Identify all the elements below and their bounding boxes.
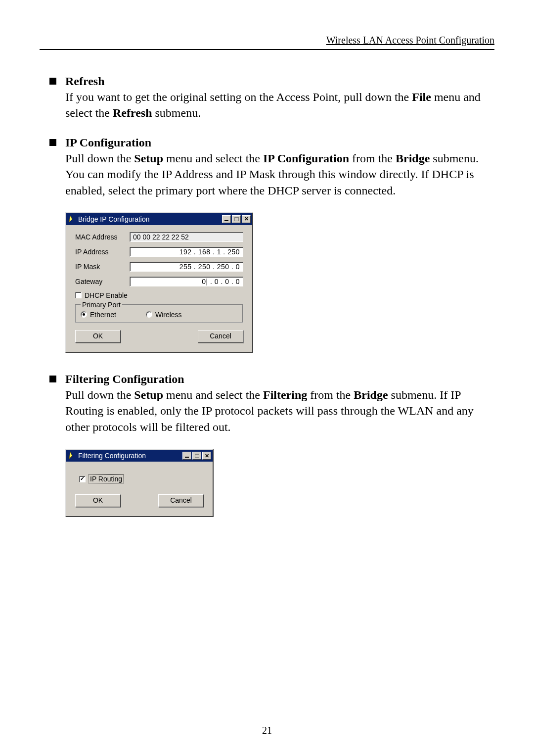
header-rule: [40, 49, 494, 50]
text: submenu.: [152, 106, 201, 119]
app-icon: [68, 215, 76, 223]
text-bold: Setup: [134, 152, 163, 165]
svg-marker-0: [69, 216, 72, 222]
text-bold: IP Configuration: [263, 152, 349, 165]
text-bold: Bridge: [354, 388, 388, 401]
label-ethernet: Ethernet: [90, 311, 116, 319]
app-icon: [68, 452, 76, 460]
text: Pull down the: [65, 388, 134, 401]
dialog-title: Bridge IP Configuration: [78, 215, 150, 223]
label-wireless: Wireless: [155, 311, 182, 319]
cancel-button[interactable]: Cancel: [158, 494, 204, 507]
text: from the: [307, 388, 354, 401]
close-button[interactable]: [242, 215, 251, 223]
bullet-icon: [49, 376, 56, 382]
text: If you want to get the original setting …: [65, 91, 412, 103]
paragraph-filtering: Pull down the Setup menu and select the …: [65, 387, 494, 435]
gateway-field[interactable]: 0| . 0 . 0 . 0: [130, 277, 243, 286]
paragraph-refresh: If you want to get the original setting …: [65, 89, 494, 121]
section-title-refresh: Refresh: [65, 75, 105, 88]
ip-address-field[interactable]: 192 . 168 . 1 . 250: [130, 247, 243, 257]
maximize-button: [232, 215, 241, 223]
text-bold: Refresh: [113, 106, 152, 119]
close-button[interactable]: [202, 452, 211, 460]
label-gateway: Gateway: [75, 278, 130, 285]
minimize-button[interactable]: [222, 215, 231, 223]
text: from the: [349, 152, 396, 165]
text: menu and select the: [163, 152, 263, 165]
bullet-icon: [49, 139, 56, 146]
text-bold: Setup: [134, 388, 163, 401]
text-bold: Bridge: [396, 152, 430, 165]
text-bold: Filtering: [263, 388, 307, 401]
paragraph-ipconfig: Pull down the Setup menu and select the …: [65, 150, 494, 198]
section-title-filtering: Filtering Configuration: [65, 373, 184, 386]
radio-ethernet[interactable]: [81, 311, 87, 318]
label-ip-routing: IP Routing: [89, 474, 124, 483]
dialog-title: Filtering Configuration: [78, 452, 146, 460]
ip-routing-checkbox[interactable]: [79, 476, 86, 482]
cancel-button[interactable]: Cancel: [198, 330, 243, 343]
radio-wireless[interactable]: [146, 311, 152, 318]
ip-mask-field[interactable]: 255 . 250 . 250 . 0: [130, 262, 243, 272]
label-dhcp-enable: DHCP Enable: [85, 291, 128, 299]
dialog-filtering: Filtering Configuration IP Routing OK Ca…: [65, 449, 214, 517]
mac-address-field: 00 00 22 22 22 52: [130, 232, 243, 242]
dialog-bridge-ip: Bridge IP Configuration MAC Address 00 0…: [65, 212, 253, 353]
page-number: 21: [0, 725, 534, 736]
titlebar[interactable]: Bridge IP Configuration: [66, 213, 252, 225]
section-title-ipconfig: IP Configuration: [65, 136, 151, 149]
radio-ethernet-option[interactable]: Ethernet: [81, 311, 116, 319]
bullet-icon: [49, 78, 56, 85]
text: menu and select the: [163, 388, 263, 401]
section-filtering: Filtering Configuration Pull down the Se…: [40, 373, 494, 517]
text-bold: File: [412, 91, 431, 103]
section-refresh: Refresh If you want to get the original …: [40, 75, 494, 121]
radio-wireless-option[interactable]: Wireless: [146, 311, 182, 319]
primary-port-fieldset: Primary Port Ethernet Wireless: [75, 304, 243, 323]
text: Pull down the: [65, 152, 134, 165]
maximize-button: [192, 452, 201, 460]
running-head: Wireless LAN Access Point Configuration: [40, 35, 494, 46]
label-ip-address: IP Address: [75, 248, 130, 256]
label-mac-address: MAC Address: [75, 233, 130, 241]
section-ip-configuration: IP Configuration Pull down the Setup men…: [40, 136, 494, 353]
ok-button[interactable]: OK: [75, 494, 121, 507]
svg-marker-1: [69, 452, 72, 459]
dhcp-enable-checkbox[interactable]: [75, 292, 82, 298]
ok-button[interactable]: OK: [75, 330, 121, 343]
label-ip-mask: IP Mask: [75, 263, 130, 271]
legend-primary-port: Primary Port: [81, 301, 122, 309]
titlebar[interactable]: Filtering Configuration: [66, 450, 213, 462]
document-page: Wireless LAN Access Point Configuration …: [0, 0, 534, 756]
minimize-button[interactable]: [182, 452, 191, 460]
